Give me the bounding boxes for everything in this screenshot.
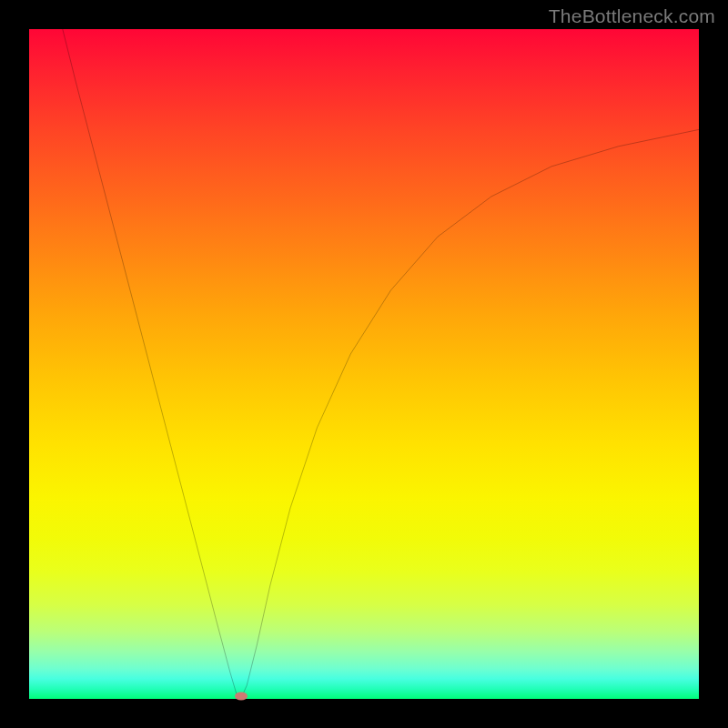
- bottleneck-curve: [29, 29, 699, 699]
- watermark-text: TheBottleneck.com: [549, 5, 715, 27]
- curve-line: [63, 29, 699, 699]
- minimum-marker: [235, 693, 248, 701]
- chart-frame: TheBottleneck.com: [0, 0, 728, 728]
- plot-area: [29, 29, 699, 699]
